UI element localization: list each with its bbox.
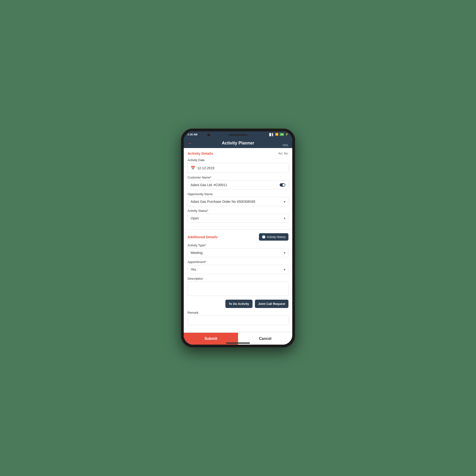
opportunity-name-value: Adani Gas Purchase Order No 4500308345	[191, 200, 255, 204]
history-btn-label: Activity History	[267, 235, 286, 239]
chevron-down-icon: ▾	[284, 268, 285, 271]
customer-name-label: Customer Name*	[187, 176, 289, 179]
battery-indicator: 75	[280, 133, 284, 136]
description-group: Description	[187, 277, 289, 297]
activity-date-label: Activity Date	[187, 158, 289, 162]
opportunity-name-select[interactable]: Adani Gas Purchase Order No 4500308345 ▾	[187, 197, 289, 206]
act-number: 0001	[283, 144, 289, 147]
scroll-content[interactable]: Activity Details Act. No: Activity Date …	[184, 148, 292, 333]
activity-history-button[interactable]: 🕐 Activity History	[259, 233, 289, 241]
customer-name-group: Customer Name* Adani Gas Ltd. #C00011	[187, 176, 289, 189]
wifi-icon: 📶	[275, 133, 278, 136]
joint-call-button[interactable]: Joint Call Request	[255, 300, 289, 308]
action-buttons: To Do Activity Joint Call Request	[187, 300, 289, 308]
chevron-down-icon: ▾	[284, 216, 285, 220]
phone-home-button	[226, 342, 250, 344]
activity-date-input[interactable]: 📅 12-12-2019	[187, 163, 289, 173]
appointment-value: Yes	[191, 268, 196, 271]
phone-speaker	[228, 134, 248, 136]
appointment-group: Appointment* Yes ▾	[187, 260, 289, 274]
phone-camera	[207, 133, 210, 136]
description-label: Description	[187, 277, 289, 280]
status-time: 2:36 AM	[187, 133, 198, 136]
activity-type-select[interactable]: Meeting ▾	[187, 248, 289, 257]
remark-label: Remark	[187, 311, 289, 314]
activity-type-label: Activity Type*	[187, 243, 289, 247]
opportunity-name-label: Opportunity Name	[187, 192, 289, 196]
chevron-down-icon: ▾	[284, 200, 285, 204]
section-header: Activity Details Act. No:	[187, 151, 289, 155]
back-button[interactable]: ←	[187, 141, 193, 146]
activity-status-select[interactable]: Open ▾	[187, 214, 289, 223]
activity-status-value: Open	[191, 216, 199, 220]
customer-name-input[interactable]: Adani Gas Ltd. #C00011	[187, 180, 289, 189]
history-icon: 🕐	[262, 235, 266, 239]
chevron-down-icon: ▾	[284, 251, 285, 255]
activity-details-title: Activity Details	[187, 151, 213, 155]
activity-type-group: Activity Type* Meeting ▾	[187, 243, 289, 257]
todo-activity-button[interactable]: To Do Activity	[225, 300, 253, 308]
appointment-label: Appointment*	[187, 260, 289, 264]
customer-name-value: Adani Gas Ltd. #C00011	[191, 183, 227, 187]
toggle-icon	[280, 183, 285, 187]
status-icons: ▐▌▌ 📶 75 ⚡	[269, 133, 289, 136]
remark-group: Remark	[187, 311, 289, 325]
calendar-icon: 📅	[191, 166, 195, 170]
page-title: Activity Planner	[222, 141, 254, 146]
charging-icon: ⚡	[285, 133, 289, 136]
additional-section-header: Additional Details 🕐 Activity History	[187, 233, 289, 241]
activity-status-label: Activity Status*	[187, 209, 289, 213]
appointment-select[interactable]: Yes ▾	[187, 265, 289, 274]
activity-details-section: Activity Details Act. No: Activity Date …	[184, 148, 292, 229]
remark-input[interactable]	[187, 316, 289, 325]
phone-device: 2:36 AM ▐▌▌ 📶 75 ⚡ ← Activity Planner 00…	[181, 129, 295, 347]
activity-date-group: Activity Date 📅 12-12-2019	[187, 158, 289, 173]
activity-status-group: Activity Status* Open ▾	[187, 209, 289, 223]
activity-type-value: Meeting	[191, 251, 203, 255]
act-no-label: Act. No:	[278, 152, 289, 155]
signal-icon: ▐▌▌	[269, 133, 274, 136]
additional-details-section: Additional Details 🕐 Activity History Ac…	[184, 230, 292, 331]
additional-details-title: Additional Details	[187, 235, 218, 239]
opportunity-name-group: Opportunity Name Adani Gas Purchase Orde…	[187, 192, 289, 206]
app-header: ← Activity Planner 0001	[184, 137, 292, 148]
description-textarea[interactable]	[187, 282, 289, 296]
phone-screen: 2:36 AM ▐▌▌ 📶 75 ⚡ ← Activity Planner 00…	[184, 131, 292, 345]
activity-date-value: 12-12-2019	[197, 166, 285, 170]
